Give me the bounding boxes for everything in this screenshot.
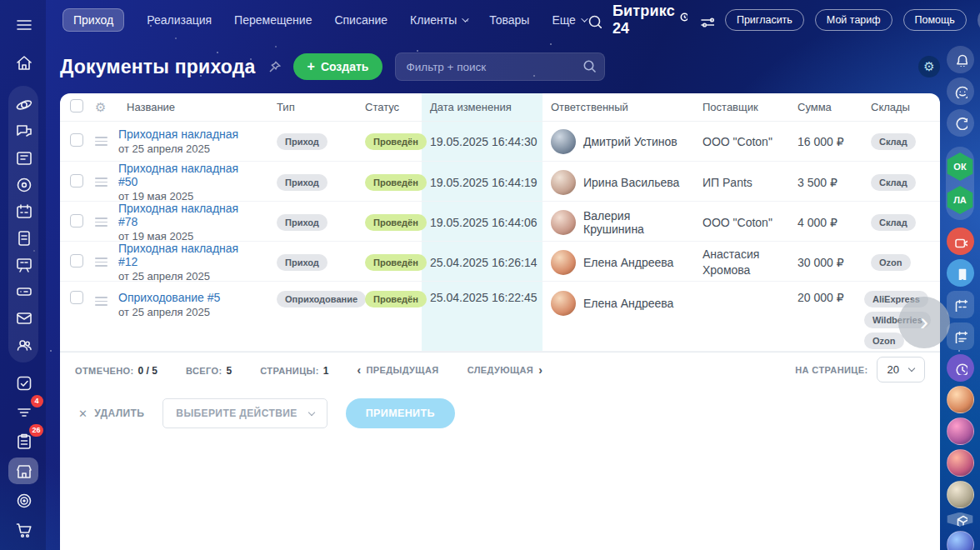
whiteboard-icon[interactable]: [8, 251, 38, 278]
hamburger-menu-icon[interactable]: [8, 11, 38, 38]
chevron-down-icon: [908, 365, 915, 372]
bookmark-icon[interactable]: [947, 259, 974, 287]
column-header-supplier[interactable]: Поставщик: [694, 101, 789, 113]
mail-icon[interactable]: [8, 304, 38, 331]
supplier-value: ООО "Coton": [694, 135, 789, 148]
responsible-avatar: [551, 250, 576, 275]
global-search-icon[interactable]: [586, 12, 602, 28]
document-link[interactable]: Приходная накладная #78: [118, 202, 260, 228]
filter-search: [395, 52, 605, 81]
status-badge: Проведён: [365, 214, 427, 231]
column-header-responsible[interactable]: Ответственный: [542, 101, 694, 113]
documents-icon[interactable]: [8, 224, 38, 251]
column-header-sum[interactable]: Сумма: [789, 101, 862, 113]
document-link[interactable]: Приходная накладная #12: [118, 242, 260, 268]
recent-history-icon[interactable]: [947, 354, 974, 382]
chat-history-icon[interactable]: [947, 109, 974, 137]
tab-tovary[interactable]: Товары: [489, 13, 529, 27]
chevron-left-icon: ‹: [358, 363, 362, 377]
column-header-warehouses[interactable]: Склады: [862, 101, 940, 113]
document-date: от 25 апреля 2025: [118, 270, 260, 282]
delete-button[interactable]: ✕УДАЛИТЬ: [78, 408, 144, 420]
sliders-settings-icon[interactable]: [698, 12, 714, 28]
row-checkbox[interactable]: [70, 291, 83, 304]
left-sidebar: 4 26: [0, 0, 46, 550]
my-plan-button[interactable]: Мой тариф: [815, 9, 892, 31]
row-menu-icon[interactable]: [95, 258, 108, 267]
row-menu-icon[interactable]: [95, 178, 108, 187]
video-call-icon[interactable]: [947, 228, 974, 255]
people-group-icon[interactable]: [8, 331, 38, 358]
responsible-avatar: [551, 210, 576, 235]
crm-notification-badge: 4: [31, 395, 43, 408]
contact-avatar[interactable]: [947, 386, 974, 413]
status-badge: Проведён: [365, 254, 427, 271]
contact-avatar[interactable]: [947, 418, 974, 445]
column-header-modified[interactable]: Дата изменения: [422, 101, 542, 113]
warehouse-store-icon-active[interactable]: [8, 458, 38, 484]
create-button[interactable]: + Создать: [293, 53, 383, 80]
document-link[interactable]: Приходная накладная: [118, 128, 260, 141]
pin-icon[interactable]: [268, 61, 281, 73]
calendar-icon[interactable]: [8, 198, 38, 224]
shop-cart-icon[interactable]: [8, 516, 38, 542]
tab-realizaciya[interactable]: Реализация: [147, 13, 212, 27]
disk-icon[interactable]: [8, 171, 38, 198]
row-checkbox[interactable]: [70, 254, 83, 268]
filter-search-input[interactable]: [395, 52, 605, 81]
tab-eshche[interactable]: Еще: [552, 13, 586, 27]
row-menu-icon[interactable]: [95, 297, 108, 306]
per-page-select[interactable]: 20: [877, 357, 925, 382]
calendar-event-icon[interactable]: [947, 291, 974, 318]
responsible-name: Елена Андреева: [583, 297, 673, 310]
bitrix24-logo: Битрикс 24: [612, 2, 688, 38]
invite-button[interactable]: Пригласить: [725, 9, 804, 31]
news-feed-icon[interactable]: [8, 144, 38, 171]
search-icon[interactable]: [582, 59, 597, 73]
home-icon[interactable]: [8, 49, 38, 76]
chats-icon[interactable]: [8, 118, 38, 144]
calendar-schedule-icon[interactable]: [947, 322, 974, 350]
drive-server-icon[interactable]: [8, 278, 38, 304]
contact-avatar[interactable]: [947, 531, 974, 550]
package-box-hexagon-icon[interactable]: [946, 512, 974, 527]
checked-value: 0 / 5: [138, 365, 158, 377]
row-checkbox[interactable]: [70, 174, 83, 188]
marketing-target-icon[interactable]: [8, 487, 38, 513]
responsible-name: Ирина Васильева: [583, 176, 679, 189]
tab-peremeshchenie[interactable]: Перемещение: [234, 13, 312, 27]
prev-page-button[interactable]: ‹ПРЕДЫДУЩАЯ: [358, 363, 439, 377]
orders-clipboard-icon[interactable]: 26: [8, 428, 38, 454]
column-header-status[interactable]: Статус: [357, 101, 422, 113]
column-header-type[interactable]: Тип: [268, 101, 357, 113]
crm-funnel-icon[interactable]: 4: [8, 398, 38, 425]
columns-gear-icon[interactable]: ⚙: [95, 100, 118, 115]
help-button[interactable]: Помощь: [903, 9, 967, 31]
next-page-button[interactable]: СЛЕДУЮЩАЯ›: [468, 363, 543, 377]
document-link[interactable]: Оприходование #5: [118, 291, 260, 304]
apply-button[interactable]: ПРИМЕНИТЬ: [346, 398, 455, 428]
support-smiley-icon[interactable]: [947, 78, 974, 105]
column-header-name[interactable]: Название: [118, 101, 268, 113]
notifications-bell-icon[interactable]: [947, 46, 974, 73]
grid-settings-gear-icon[interactable]: ⚙: [918, 56, 940, 78]
tab-spisanie[interactable]: Списание: [334, 13, 388, 27]
responsible-avatar: [551, 129, 576, 154]
select-all-checkbox[interactable]: [70, 99, 83, 112]
row-checkbox[interactable]: [70, 133, 83, 147]
tab-klienty[interactable]: Клиенты: [410, 13, 467, 27]
tab-prihod[interactable]: Приход: [62, 8, 124, 32]
automation-orbit-icon[interactable]: [8, 91, 38, 118]
row-menu-icon[interactable]: [95, 137, 108, 146]
document-link[interactable]: Приходная накладная #50: [118, 162, 260, 188]
tasks-icon[interactable]: [8, 369, 38, 396]
row-menu-icon[interactable]: [95, 218, 108, 227]
row-checkbox[interactable]: [70, 214, 83, 228]
document-date: от 25 апреля 2025: [118, 306, 260, 318]
choose-action-dropdown[interactable]: ВЫБЕРИТЕ ДЕЙСТВИЕ: [162, 398, 327, 428]
contact-avatar[interactable]: [947, 481, 974, 508]
chat-hexagon-ok[interactable]: ОК: [946, 152, 974, 181]
chat-hexagon-la[interactable]: ЛА: [946, 186, 974, 214]
contact-avatar[interactable]: [947, 449, 974, 477]
documents-panel: ⚙ Название Тип Статус Дата изменения Отв…: [60, 93, 940, 550]
